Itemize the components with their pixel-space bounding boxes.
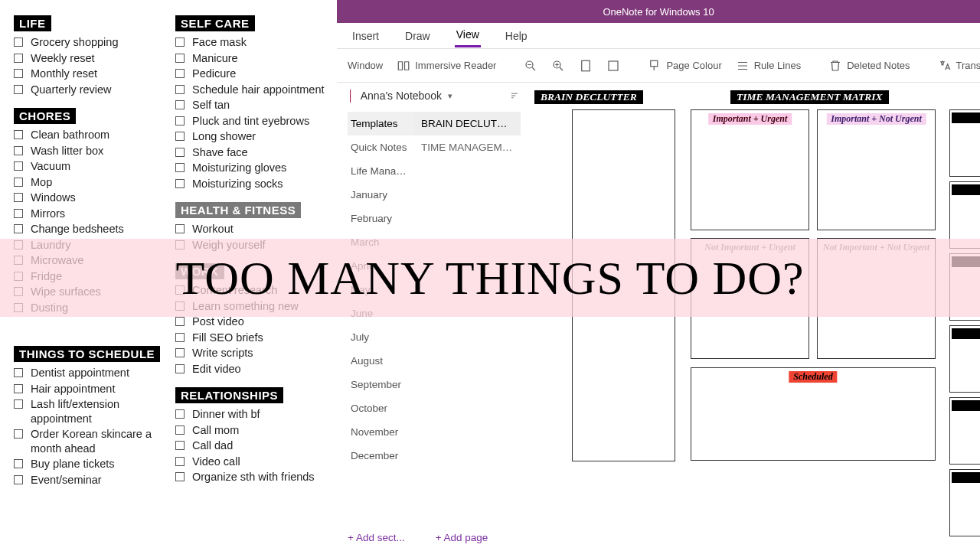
page-width-button[interactable]	[606, 59, 620, 73]
svg-rect-4	[651, 60, 658, 67]
svg-rect-3	[609, 61, 618, 70]
section-item[interactable]: October	[348, 396, 413, 420]
checklist-label: Dinner with bf	[192, 407, 329, 422]
day-cell[interactable]	[949, 325, 980, 393]
page-item[interactable]: BRAIN DECLUTTER	[413, 112, 521, 135]
page-item[interactable]: TIME MANAGEME...	[413, 135, 521, 159]
note-canvas[interactable]: BRAIN DECLUTTER TIME MANAGEMENT MATRIX I…	[530, 83, 980, 551]
zoom-in-button[interactable]	[551, 59, 565, 73]
checklist-label: Fill SEO briefs	[192, 331, 329, 345]
ribbon-window[interactable]: Window	[348, 60, 383, 71]
checkbox[interactable]	[175, 224, 185, 233]
section-item[interactable]: November	[348, 420, 413, 444]
navigation-panel: │ Anna's Notebook ▾ TemplatesQuick Notes…	[337, 83, 530, 551]
checkbox[interactable]	[175, 163, 185, 172]
checkbox[interactable]	[14, 161, 23, 171]
checklist-label: Schedule hair appointment	[192, 83, 329, 97]
checklist-item: Moisturizing gloves	[175, 160, 329, 176]
section-item[interactable]: December	[348, 444, 413, 468]
zoom-100-button[interactable]	[579, 59, 593, 73]
checklist-item: Pluck and tint eyebrows	[175, 113, 329, 129]
checkbox[interactable]	[14, 193, 23, 202]
sort-icon[interactable]	[508, 90, 521, 102]
tab-draw[interactable]: Draw	[403, 25, 432, 47]
checkbox[interactable]	[175, 69, 185, 78]
checklist-item: Moisturizing socks	[175, 176, 329, 192]
add-page-button[interactable]: + Add page	[436, 532, 488, 543]
checkbox[interactable]	[175, 37, 185, 47]
checklist-item: Buy plane tickets	[14, 456, 168, 472]
section-item[interactable]: February	[348, 207, 413, 230]
day-cell[interactable]	[949, 109, 980, 177]
checkbox[interactable]	[175, 148, 185, 157]
checklist-label: Pluck and tint eyebrows	[192, 114, 329, 129]
checkbox[interactable]	[175, 472, 185, 481]
section-item[interactable]: Templates	[348, 112, 413, 135]
zoom-out-button[interactable]	[524, 59, 537, 73]
checkbox[interactable]	[175, 348, 185, 357]
checkbox[interactable]	[175, 333, 185, 342]
page-title-brain: BRAIN DECLUTTER	[534, 90, 643, 104]
checkbox[interactable]	[14, 69, 23, 78]
app-title: OneNote for Windows 10	[603, 6, 714, 18]
section-item[interactable]: August	[348, 349, 413, 373]
day-cell[interactable]	[949, 397, 980, 465]
tab-view[interactable]: View	[455, 24, 481, 47]
checkbox[interactable]	[14, 85, 23, 94]
checkbox[interactable]	[14, 54, 23, 63]
checklist-item: Weekly reset	[14, 51, 168, 67]
section-item[interactable]: Quick Notes	[348, 135, 413, 159]
ribbon-page-colour[interactable]: Page Colour	[648, 59, 721, 73]
ribbon-deleted-notes[interactable]: Deleted Notes	[828, 59, 910, 73]
checklist-label: Edit video	[192, 362, 329, 377]
ribbon-rule-lines[interactable]: Rule Lines	[736, 59, 801, 73]
checklist-label: Organize sth with friends	[192, 470, 329, 484]
section-item[interactable]: July	[348, 325, 413, 349]
checklist-item: Change bedsheets	[14, 221, 168, 237]
notebook-selector[interactable]: │ Anna's Notebook ▾	[337, 83, 530, 109]
checkbox[interactable]	[14, 475, 23, 484]
checklist-item: Monthly reset	[14, 66, 168, 82]
checkbox[interactable]	[14, 37, 23, 47]
checklist-label: Video call	[192, 455, 329, 469]
matrix-q1[interactable]: Important + Urgent	[691, 109, 809, 230]
section-item[interactable]: Life Manag...	[348, 159, 413, 183]
checklist-label: Workout	[192, 222, 329, 236]
matrix-q2[interactable]: Important + Not Urgent	[817, 109, 936, 230]
checklist-item: Shave face	[175, 145, 329, 161]
checkbox[interactable]	[175, 100, 185, 109]
ribbon-translate[interactable]: Translat	[938, 59, 980, 73]
section-item[interactable]: January	[348, 183, 413, 207]
sections-list: TemplatesQuick NotesLife Manag...January…	[337, 109, 413, 551]
add-section-button[interactable]: + Add sect...	[348, 532, 405, 543]
matrix-scheduled[interactable]: Scheduled	[691, 367, 936, 461]
checklist-item: Call mom	[175, 422, 329, 439]
checkbox[interactable]	[14, 429, 23, 439]
section-item[interactable]: September	[348, 373, 413, 396]
checkbox[interactable]	[175, 179, 185, 188]
tab-help[interactable]: Help	[504, 25, 529, 47]
checkbox[interactable]	[175, 85, 185, 94]
checkbox[interactable]	[175, 54, 185, 63]
checkbox[interactable]	[14, 178, 23, 187]
checkbox[interactable]	[14, 459, 23, 468]
checkbox[interactable]	[175, 116, 185, 126]
checkbox[interactable]	[175, 132, 185, 141]
checkbox[interactable]	[175, 317, 185, 326]
checkbox[interactable]	[175, 457, 185, 466]
checklist-item: Grocery shopping	[14, 34, 168, 51]
checkbox[interactable]	[14, 224, 23, 233]
checkbox[interactable]	[14, 209, 23, 218]
checkbox[interactable]	[175, 409, 185, 419]
checkbox[interactable]	[14, 368, 23, 377]
checkbox[interactable]	[175, 364, 185, 373]
checkbox[interactable]	[175, 425, 185, 435]
checkbox[interactable]	[14, 130, 23, 139]
tab-insert[interactable]: Insert	[351, 25, 381, 47]
checkbox[interactable]	[14, 146, 23, 155]
checkbox[interactable]	[14, 399, 23, 409]
checkbox[interactable]	[175, 441, 185, 450]
ribbon-immersive-reader[interactable]: Immersive Reader	[397, 59, 496, 73]
day-cell[interactable]	[949, 469, 980, 536]
checkbox[interactable]	[14, 384, 23, 393]
